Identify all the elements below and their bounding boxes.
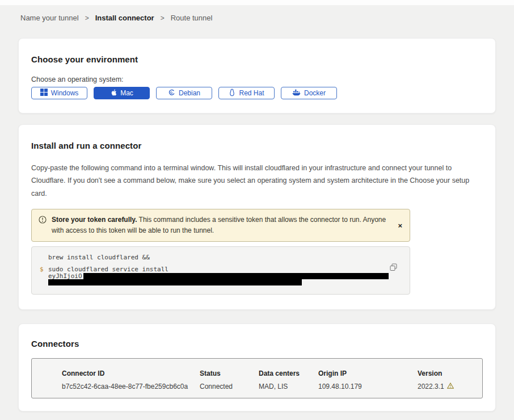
connectors-card: Connectors Connector ID Status Data cent…: [18, 324, 496, 411]
warning-bold-text: Store your token carefully.: [52, 216, 137, 224]
column-header-connector-id: Connector ID: [62, 369, 200, 377]
terminal-line-1: brew install cloudflared &&: [48, 254, 387, 261]
column-header-version: Version: [418, 369, 482, 377]
warning-text: Store your token carefully. This command…: [52, 215, 387, 236]
close-icon[interactable]: ×: [398, 221, 402, 229]
windows-icon: [40, 89, 48, 98]
terminal-code-block: brew install cloudflared && $ sudo cloud…: [31, 246, 410, 295]
breadcrumb-route-tunnel[interactable]: Route tunnel: [171, 14, 213, 22]
alert-circle-icon: [39, 216, 47, 236]
terminal-command-2: $ sudo cloudflared service install eyJhI…: [48, 266, 387, 285]
connectors-table: Connector ID Status Data centers Origin …: [31, 358, 483, 398]
os-button-mac[interactable]: Mac: [94, 87, 150, 99]
install-card-description: Copy-paste the following command into a …: [31, 162, 483, 200]
apple-icon: [110, 89, 117, 98]
token-warning-banner: Store your token carefully. This command…: [31, 209, 410, 242]
column-header-status: Status: [200, 369, 259, 377]
os-button-label: Windows: [51, 89, 79, 97]
origin-ip-value: 109.48.10.179: [318, 383, 418, 390]
terminal-prompt: $: [40, 266, 44, 273]
connectors-card-title: Connectors: [31, 339, 483, 348]
top-strip: [0, 0, 514, 5]
os-button-label: Debian: [179, 89, 200, 97]
os-select-label: Choose an operating system:: [31, 75, 483, 83]
status-badge: Connected: [200, 383, 259, 390]
environment-card-title: Choose your environment: [31, 54, 483, 64]
environment-card: Choose your environment Choose an operat…: [18, 38, 496, 114]
os-button-redhat[interactable]: Red Hat: [218, 87, 275, 99]
copy-icon[interactable]: [390, 263, 398, 272]
os-button-docker[interactable]: Docker: [281, 87, 337, 99]
table-header-row: Connector ID Status Data centers Origin …: [62, 369, 482, 377]
os-button-label: Docker: [304, 89, 326, 97]
install-connector-card: Install and run a connector Copy-paste t…: [18, 124, 496, 310]
warning-triangle-icon: [447, 383, 454, 390]
os-button-group: Windows Mac Debian: [31, 87, 483, 99]
breadcrumb: Name your tunnel > Install connector > R…: [20, 14, 514, 22]
breadcrumb-install-connector[interactable]: Install connector: [95, 14, 154, 22]
breadcrumb-name-your-tunnel[interactable]: Name your tunnel: [20, 14, 79, 22]
redacted-token-bar: [83, 273, 389, 279]
version-value: 2022.3.1: [418, 383, 482, 390]
terminal-line-2: sudo cloudflared service install: [48, 266, 387, 273]
debian-icon: [168, 89, 175, 98]
os-button-debian[interactable]: Debian: [156, 87, 212, 99]
table-row: b7c52c42-6caa-48ee-8c77-fbe259cb6c0a Con…: [62, 383, 482, 390]
breadcrumb-separator: >: [161, 14, 165, 22]
os-button-windows[interactable]: Windows: [31, 87, 87, 99]
data-centers-value: MAD, LIS: [259, 383, 318, 390]
install-card-title: Install and run a connector: [31, 141, 483, 150]
os-button-label: Red Hat: [239, 89, 264, 97]
version-number: 2022.3.1: [418, 383, 444, 390]
column-header-data-centers: Data centers: [259, 369, 318, 377]
redhat-icon: [229, 89, 235, 98]
docker-icon: [292, 89, 301, 98]
breadcrumb-separator: >: [85, 14, 89, 22]
os-button-label: Mac: [120, 89, 133, 97]
redacted-token-bar: [48, 279, 302, 285]
terminal-token-line: eyJhIjoiO: [48, 273, 387, 280]
connector-id-value: b7c52c42-6caa-48ee-8c77-fbe259cb6c0a: [62, 383, 200, 390]
column-header-origin-ip: Origin IP: [318, 369, 418, 377]
token-prefix: eyJhIjoiO: [48, 272, 82, 280]
